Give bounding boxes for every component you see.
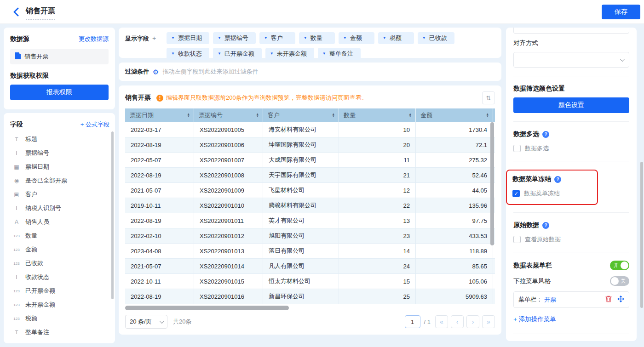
- column-header[interactable]: 票据编号▲▼: [194, 108, 263, 122]
- field-item[interactable]: 123已收款: [10, 256, 109, 270]
- field-item[interactable]: T整单备注: [10, 325, 109, 339]
- fields-scrollbar[interactable]: [111, 131, 114, 299]
- datasource-item[interactable]: 销售开票: [10, 49, 109, 64]
- toggle-knob: [611, 277, 619, 285]
- panel-scrollbar-thumb[interactable]: [640, 162, 643, 308]
- table-row[interactable]: 2021-05-07XS20220901009飞星材料公司1244.05: [125, 183, 495, 198]
- menu-freeze-checkbox[interactable]: ✓: [512, 190, 520, 197]
- sort-arrows-icon[interactable]: ▲▼: [486, 113, 489, 118]
- table-row[interactable]: 2021-05-07XS20220901014凡人有限公司2485.65: [125, 259, 495, 274]
- menu-bar-toggle[interactable]: 开: [610, 261, 629, 270]
- trash-icon[interactable]: [605, 296, 612, 304]
- page-number-input[interactable]: [405, 315, 420, 328]
- field-chip[interactable]: ▼票据编号: [213, 32, 256, 44]
- help-icon[interactable]: ?: [542, 131, 549, 138]
- field-item[interactable]: 123未开票金额: [10, 298, 109, 312]
- number-field-icon: 123: [12, 234, 21, 238]
- field-item[interactable]: I收款状态: [10, 270, 109, 284]
- table-row[interactable]: 2022-08-19XS20220901016新昌环保公司255909.63: [125, 289, 495, 304]
- first-page-button[interactable]: «: [435, 315, 448, 328]
- field-chip-label: 数量: [310, 34, 322, 42]
- raw-data-checkbox-row[interactable]: 查看原始数据: [513, 235, 629, 244]
- prev-page-button[interactable]: ‹: [451, 315, 464, 328]
- add-formula-field-link[interactable]: + 公式字段: [80, 120, 109, 129]
- gear-icon[interactable]: ⚙: [153, 68, 159, 75]
- sort-arrows-icon[interactable]: ▲▼: [332, 113, 335, 118]
- field-chip[interactable]: ▼数量: [299, 32, 335, 44]
- sort-arrows-icon[interactable]: ▲▼: [256, 113, 259, 118]
- color-settings-button[interactable]: 颜色设置: [513, 97, 629, 113]
- vertical-scrollbar-thumb[interactable]: [490, 122, 494, 245]
- field-item[interactable]: 123税额: [10, 312, 109, 325]
- field-item[interactable]: T标题: [10, 132, 109, 146]
- clipped-input[interactable]: [513, 28, 629, 34]
- sort-order-button[interactable]: ⇅: [482, 91, 495, 104]
- field-chip-label: 未开票金额: [277, 50, 307, 58]
- toggle-on-label: 开: [614, 262, 619, 269]
- field-item[interactable]: ◉是否已全部开票: [10, 174, 109, 188]
- horizontal-scrollbar[interactable]: [125, 306, 495, 310]
- chevron-down-icon: [160, 319, 164, 324]
- move-icon[interactable]: [617, 296, 624, 304]
- filter-panel: 过滤条件 ⚙ 拖动左侧字段到此处来添加过滤条件: [119, 63, 501, 81]
- table-cell: 72.1: [416, 137, 493, 153]
- horizontal-scrollbar-thumb[interactable]: [125, 306, 289, 310]
- last-page-button[interactable]: »: [482, 315, 495, 328]
- field-chip[interactable]: ▼客户: [259, 32, 295, 44]
- table-row[interactable]: 2022-08-19XS20220901011英才有限公司1397.75: [125, 213, 495, 228]
- table-row[interactable]: 2022-08-19XS20220901008天宇国际有限公司2152.46: [125, 168, 495, 183]
- raw-data-title: 原始数据: [513, 221, 539, 229]
- field-chip[interactable]: ▼已开票金额: [213, 48, 262, 60]
- field-item[interactable]: ▦票据日期: [10, 160, 109, 174]
- table-row[interactable]: 2022-08-19XS20220901006坤曜国际有限公司2072.1: [125, 137, 495, 153]
- field-item[interactable]: ▣客户: [10, 188, 109, 201]
- help-icon[interactable]: ?: [554, 176, 561, 183]
- column-header[interactable]: 税额▲▼: [493, 108, 495, 122]
- column-header[interactable]: 票据日期▲▼: [125, 108, 194, 122]
- sort-arrows-icon[interactable]: ▲▼: [409, 113, 412, 118]
- column-header[interactable]: 数量▲▼: [339, 108, 416, 122]
- back-icon[interactable]: [13, 7, 21, 17]
- table-row[interactable]: 2023-04-08XS20220901013落日有限公司14118.89: [125, 244, 495, 259]
- multi-select-checkbox[interactable]: [513, 145, 521, 152]
- menu-freeze-checkbox-row[interactable]: ✓ 数据菜单冻结: [512, 189, 592, 198]
- field-item[interactable]: I票据编号: [10, 146, 109, 160]
- multi-select-checkbox-row[interactable]: 数据多选: [513, 144, 629, 153]
- field-chip[interactable]: ▼税额: [378, 32, 414, 44]
- change-datasource-link[interactable]: 更改数据源: [79, 35, 109, 43]
- table-row[interactable]: 2022-05-07XS20220901007大成国际有限公司11275.32: [125, 153, 495, 168]
- toggle-knob: [621, 262, 628, 269]
- add-action-menu-link[interactable]: + 添加操作菜单: [513, 315, 556, 324]
- table-row[interactable]: 2022-02-10XS20220901012旭阳有限公司23433.53: [125, 228, 495, 244]
- page-size-select[interactable]: 20 条/页: [125, 315, 167, 329]
- dropdown-style-toggle[interactable]: 关: [610, 276, 629, 286]
- field-chip[interactable]: ▼整单备注: [318, 48, 361, 60]
- save-button[interactable]: 保存: [602, 5, 640, 19]
- table-cell: [493, 259, 495, 274]
- table-row[interactable]: 2019-10-11XS20220901010腾骏材料有限公司22135.96: [125, 198, 495, 213]
- field-chip[interactable]: ▼未开票金额: [265, 48, 314, 60]
- table-cell: 2022-05-07: [125, 153, 194, 168]
- next-page-button[interactable]: ›: [466, 315, 479, 328]
- column-header[interactable]: 金额▲▼: [416, 108, 493, 122]
- field-item[interactable]: 123数量: [10, 229, 109, 243]
- menu-item-value[interactable]: 开票: [544, 296, 556, 304]
- field-item[interactable]: 123金额: [10, 243, 109, 256]
- field-chip[interactable]: ▼收款状态: [167, 48, 209, 60]
- field-item[interactable]: I纳税人识别号: [10, 201, 109, 215]
- field-chip[interactable]: ▼已收款: [418, 32, 454, 44]
- align-select[interactable]: [513, 52, 629, 68]
- add-display-field-button[interactable]: +: [152, 34, 156, 53]
- field-item[interactable]: A销售人员: [10, 215, 109, 229]
- field-chip[interactable]: ▼金额: [339, 32, 374, 44]
- field-chip[interactable]: ▼票据日期: [167, 32, 209, 44]
- sort-arrows-icon[interactable]: ▲▼: [187, 113, 190, 118]
- column-header[interactable]: 客户▲▼: [263, 108, 339, 122]
- table-row[interactable]: 2022-10-11XS20220901015恒太方材料公司15105.06: [125, 274, 495, 289]
- report-permission-button[interactable]: 报表权限: [10, 85, 109, 100]
- raw-data-checkbox[interactable]: [513, 236, 521, 243]
- table-row[interactable]: 2022-03-17XS20220901005海安材料有限公司101730.4: [125, 122, 495, 137]
- field-item[interactable]: 123已开票金额: [10, 284, 109, 298]
- menu-item-row[interactable]: 菜单栏： 开票: [513, 291, 629, 308]
- help-icon[interactable]: ?: [542, 222, 549, 229]
